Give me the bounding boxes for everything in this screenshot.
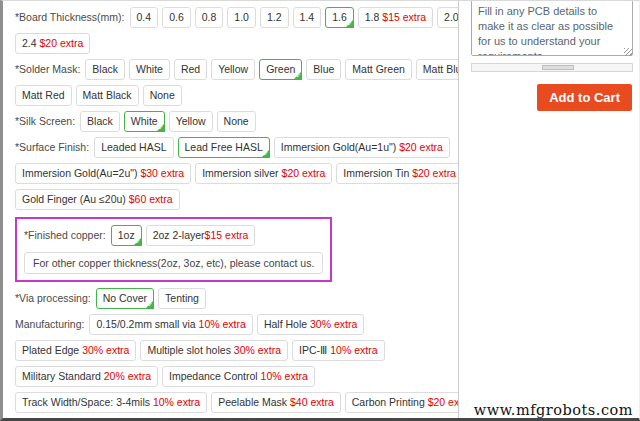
form-row: *Solder Mask:BlackWhiteRedYellowGreenBlu… xyxy=(15,59,458,85)
option-label: Red xyxy=(181,63,200,75)
option-price: 10% extra xyxy=(327,344,377,356)
option-1-2[interactable]: 1.2 xyxy=(260,7,289,28)
form-row: *Board Thickness(mm):0.40.60.81.01.21.41… xyxy=(15,7,458,33)
option-2-4[interactable]: 2.4 $20 extra xyxy=(15,33,90,54)
option-label: 1.2 xyxy=(267,11,282,23)
option-price: $30 extra xyxy=(137,167,184,179)
option-1oz[interactable]: 1oz xyxy=(111,225,142,246)
form-row: Plated Edge 30% extraMultiple slot holes… xyxy=(15,340,458,366)
form-row: 2.4 $20 extra xyxy=(15,33,458,59)
option-label: 1.8 xyxy=(365,11,380,23)
option-1-8[interactable]: 1.8 $15 extra xyxy=(358,7,433,28)
option-label: Green xyxy=(266,63,295,75)
option-carbon-printing[interactable]: Carbon Printing $20 extra xyxy=(345,392,458,413)
option-yellow[interactable]: Yellow xyxy=(211,59,255,80)
option-2-0[interactable]: 2.0 $15 extra xyxy=(437,7,458,28)
option-label: 1.6 xyxy=(332,11,347,23)
option-price: $40 extra xyxy=(287,396,334,408)
option-red[interactable]: Red xyxy=(174,59,207,80)
option-immersion-tin[interactable]: Immersion Tin $20 extra xyxy=(336,163,458,184)
option-military-standard[interactable]: Military Standard 20% extra xyxy=(15,366,158,387)
option-white[interactable]: White xyxy=(124,111,165,132)
option-matt-green[interactable]: Matt Green xyxy=(345,59,412,80)
option-label: 1.0 xyxy=(234,11,249,23)
option-2oz-2-layer[interactable]: 2oz 2-layer$15 extra xyxy=(146,225,256,246)
option-1-4[interactable]: 1.4 xyxy=(293,7,322,28)
option-label: Lead Free HASL xyxy=(185,141,263,153)
option-price: $20 extra xyxy=(37,37,84,49)
option-label: None xyxy=(150,89,175,101)
option-price: $20 extra xyxy=(425,396,458,408)
option-ipc[interactable]: IPC-Ⅲ 10% extra xyxy=(292,340,384,361)
option-price: $60 extra xyxy=(126,193,173,205)
option-multiple-slot-holes[interactable]: Multiple slot holes 30% extra xyxy=(140,340,288,361)
option-immersion-silver[interactable]: Immersion silver $20 extra xyxy=(195,163,332,184)
scrollbar-thumb[interactable] xyxy=(542,65,574,70)
option-label: 1oz xyxy=(118,229,135,241)
option-immersion-gold-au-2u[interactable]: Immersion Gold(Au=2u") $30 extra xyxy=(15,163,191,184)
option-none[interactable]: None xyxy=(217,111,256,132)
option-tenting[interactable]: Tenting xyxy=(158,288,206,309)
option-gold-finger-au-20u[interactable]: Gold Finger (Au ≤20u) $60 extra xyxy=(15,189,180,210)
row-label-solder-mask: *Solder Mask: xyxy=(15,59,80,80)
form-row: Track Width/Space: 3-4mils 10% extraPeel… xyxy=(15,392,458,418)
horizontal-scrollbar[interactable] xyxy=(471,63,633,72)
option-black[interactable]: Black xyxy=(80,111,120,132)
option-yellow[interactable]: Yellow xyxy=(169,111,213,132)
row-label-finished-copper: *Finished copper: xyxy=(24,225,106,246)
option-group: *Solder Mask:BlackWhiteRedYellowGreenBlu… xyxy=(15,59,458,111)
form-row: Gold Finger (Au ≤20u) $60 extra xyxy=(15,189,458,215)
option-leaded-hasl[interactable]: Leaded HASL xyxy=(94,137,173,158)
option-price: $20 extra xyxy=(409,167,456,179)
option-no-cover[interactable]: No Cover xyxy=(96,288,154,309)
option-label: Multiple slot holes xyxy=(147,344,230,356)
option-blue[interactable]: Blue xyxy=(306,59,341,80)
option-label: 0.6 xyxy=(169,11,184,23)
option-matt-black[interactable]: Matt Black xyxy=(76,85,139,106)
option-impedance-control[interactable]: Impedance Control 10% extra xyxy=(162,366,315,387)
option-price: 10% extra xyxy=(150,396,200,408)
option-label: Matt Black xyxy=(83,89,132,101)
option-label: Yellow xyxy=(218,63,248,75)
pcb-note-wrap xyxy=(471,1,633,60)
option-none[interactable]: None xyxy=(143,85,182,106)
option-label: Gold Finger (Au ≤20u) xyxy=(22,193,126,205)
option-label: Carbon Printing xyxy=(352,396,425,408)
option-0-6[interactable]: 0.6 xyxy=(162,7,191,28)
option-0-15-0-2mm-small-via[interactable]: 0.15/0.2mm small via 10% extra xyxy=(89,314,252,335)
option-peelable-mask[interactable]: Peelable Mask $40 extra xyxy=(211,392,341,413)
option-label: Peelable Mask xyxy=(218,396,287,408)
option-price: 10% extra xyxy=(196,318,246,330)
option-label: Matt Blue xyxy=(423,63,458,75)
row-label-via-processing: *Via processing: xyxy=(15,288,91,309)
option-matt-red[interactable]: Matt Red xyxy=(15,85,72,106)
option-label: Impedance Control xyxy=(169,370,258,382)
option-group: *Silk Screen:BlackWhiteYellowNone xyxy=(15,111,458,137)
option-half-hole[interactable]: Half Hole 30% extra xyxy=(257,314,364,335)
option-0-8[interactable]: 0.8 xyxy=(195,7,224,28)
option-matt-blue[interactable]: Matt Blue xyxy=(416,59,458,80)
option-label: Leaded HASL xyxy=(101,141,166,153)
form-row: *Surface Finish:Leaded HASLLead Free HAS… xyxy=(15,137,458,163)
row-label-silk-screen: *Silk Screen: xyxy=(15,111,75,132)
option-price: $15 extra xyxy=(205,229,249,241)
option-plated-edge[interactable]: Plated Edge 30% extra xyxy=(15,340,136,361)
option-track-width-space-3-4mils[interactable]: Track Width/Space: 3-4mils 10% extra xyxy=(15,392,207,413)
option-white[interactable]: White xyxy=(129,59,170,80)
option-lead-free-hasl[interactable]: Lead Free HASL xyxy=(178,137,270,158)
pcb-details-textarea[interactable] xyxy=(471,0,633,56)
option-label: No Cover xyxy=(103,292,147,304)
add-to-cart-button[interactable]: Add to Cart xyxy=(537,84,632,111)
pcb-order-window: *Board Thickness(mm):0.40.60.81.01.21.41… xyxy=(0,0,640,421)
option-immersion-gold-au-1u[interactable]: Immersion Gold(Au=1u") $20 extra xyxy=(274,137,450,158)
option-black[interactable]: Black xyxy=(85,59,125,80)
option-label: Immersion silver xyxy=(202,167,278,179)
option-1-6[interactable]: 1.6 xyxy=(325,7,354,28)
option-1-0[interactable]: 1.0 xyxy=(227,7,256,28)
option-label: 0.4 xyxy=(137,11,152,23)
option-green[interactable]: Green xyxy=(259,59,302,80)
option-group: *Via processing:No CoverTenting xyxy=(15,288,458,314)
option-label: 0.15/0.2mm small via xyxy=(96,318,195,330)
row-label-manufacturing: Manufacturing: xyxy=(15,314,84,335)
option-0-4[interactable]: 0.4 xyxy=(130,7,159,28)
